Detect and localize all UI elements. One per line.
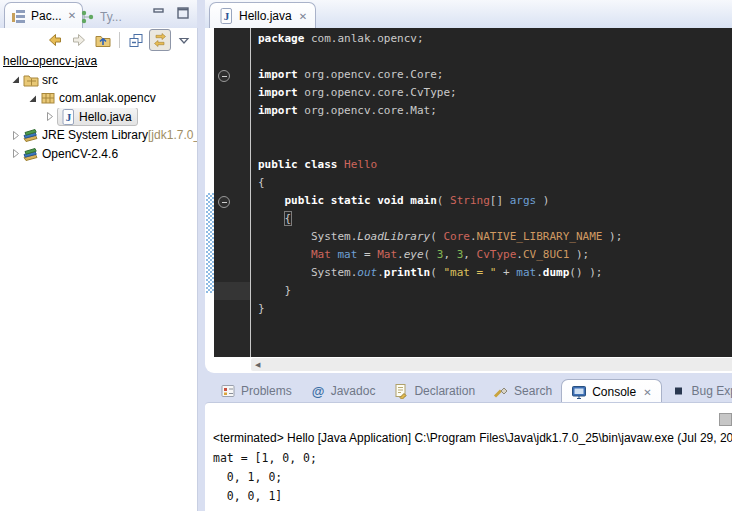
java-file-icon: J <box>60 109 76 125</box>
tab-javadoc[interactable]: @Javadoc <box>301 378 385 403</box>
code-line: { <box>258 210 622 228</box>
maximize-icon[interactable] <box>175 5 191 21</box>
tab-package-explorer[interactable]: Pac... ✕ <box>4 2 83 28</box>
link-editor-icon <box>152 32 168 48</box>
tree-item-label: OpenCV-2.4.6 <box>42 147 118 161</box>
close-icon[interactable]: ✕ <box>643 387 651 398</box>
code-line: import org.opencv.core.Mat; <box>258 102 622 120</box>
library-icon <box>23 146 39 162</box>
tab-label: Javadoc <box>331 384 376 398</box>
tree-item-content: JHello.java <box>57 108 138 127</box>
tree-item-com-anlak-opencv[interactable]: com.anlak.opencv <box>0 89 197 108</box>
tree-item-hello-java[interactable]: JHello.java <box>0 108 197 127</box>
tab-problems[interactable]: Problems <box>211 378 301 403</box>
view-window-buttons <box>151 5 191 21</box>
editor-tab-hello-java[interactable]: J Hello.java ✕ <box>209 2 316 29</box>
tab-search[interactable]: Search <box>484 378 561 403</box>
expand-arrow-icon[interactable] <box>25 90 40 106</box>
horizontal-scrollbar[interactable]: ◀ <box>251 358 732 371</box>
code-line: public static void main( String[] args ) <box>258 192 622 210</box>
tab-label: Search <box>514 384 552 398</box>
code-line: import org.opencv.core.Core; <box>258 66 622 84</box>
back-button[interactable] <box>44 29 66 51</box>
svg-text:@: @ <box>311 383 324 398</box>
tree-item-jre-system-library[interactable]: JRE System Library [jdk1.7.0_25] <box>0 126 197 145</box>
tab-bug-explorer[interactable]: Bug Explorer <box>662 378 732 403</box>
java-file-icon: J <box>218 8 234 24</box>
tab-label: Pac... <box>31 9 62 23</box>
tree-item-src[interactable]: src <box>0 71 197 90</box>
tree-item-content: com.anlak.opencv <box>40 90 156 106</box>
tab-label: Problems <box>241 384 292 398</box>
tree-item-label: com.anlak.opencv <box>59 91 156 105</box>
library-icon <box>23 127 39 143</box>
range-indicator <box>206 193 214 293</box>
tab-type-hierarchy[interactable]: Ty... <box>74 4 128 29</box>
code-line: } <box>258 282 622 300</box>
code-line: } <box>258 300 622 318</box>
collapse-all-icon <box>128 32 144 48</box>
tab-console[interactable]: Console✕ <box>561 379 661 404</box>
code-line: package com.anlak.opencv; <box>258 30 622 48</box>
tab-declaration[interactable]: Declaration <box>384 378 484 403</box>
up-folder-icon <box>95 32 111 48</box>
javadoc-icon: @ <box>310 383 326 399</box>
collapse-arrow-icon[interactable] <box>42 109 57 125</box>
forward-icon <box>71 32 87 48</box>
editor-tabbar: J Hello.java ✕ <box>205 0 732 29</box>
collapse-arrow-icon[interactable] <box>8 146 23 162</box>
package-explorer-icon <box>11 8 27 24</box>
code-line <box>258 48 622 66</box>
editor-tab-label: Hello.java <box>239 9 292 23</box>
type-hierarchy-icon <box>80 9 96 25</box>
tree-item-project[interactable]: hello-opencv-java <box>0 52 197 71</box>
fold-minus-icon[interactable] <box>218 70 230 82</box>
tree-item-content: src <box>23 72 58 88</box>
fold-minus-icon[interactable] <box>218 196 230 208</box>
collapse-arrow-icon[interactable] <box>8 127 23 143</box>
bottom-tabbar: Problems@JavadocDeclarationSearchConsole… <box>205 378 732 403</box>
code-line: Mat mat = Mat.eye( 3, 3, CvType.CV_8UC1 … <box>258 246 622 264</box>
back-icon <box>47 32 63 48</box>
code-line: import org.opencv.core.CvType; <box>258 84 622 102</box>
sidebar-tabbar: Pac... ✕ Ty... <box>0 0 197 29</box>
svg-text:J: J <box>224 10 230 22</box>
code-line <box>258 138 622 156</box>
console-output-line: 0, 0, 1] <box>213 487 317 506</box>
svg-text:J: J <box>66 111 72 123</box>
forward-button[interactable] <box>68 29 90 51</box>
package-icon <box>40 90 56 106</box>
link-with-editor-button[interactable] <box>149 29 171 51</box>
console-output-line: mat = [1, 0, 0; <box>213 449 317 468</box>
view-menu-button[interactable] <box>173 29 195 51</box>
console-output[interactable]: mat = [1, 0, 0; 0, 1, 0; 0, 0, 1] <box>213 449 317 506</box>
tree-item-content: JRE System Library [jdk1.7.0_25] <box>23 127 197 143</box>
console-view: <terminated> Hello [Java Application] C:… <box>205 402 732 511</box>
console-process-label: <terminated> Hello [Java Application] C:… <box>213 431 732 445</box>
explorer-toolbar <box>44 29 195 51</box>
tree-item-content: OpenCV-2.4.6 <box>23 146 118 162</box>
scroll-left-icon[interactable]: ◀ <box>255 361 260 369</box>
search-icon <box>493 383 509 399</box>
console-output-line: 0, 1, 0; <box>213 468 317 487</box>
tree-item-label: JRE System Library <box>42 128 148 142</box>
close-icon[interactable]: ✕ <box>299 11 307 22</box>
tab-label: Bug Explorer <box>692 384 732 398</box>
tab-label: Console <box>592 385 636 399</box>
project-tree: hello-opencv-java srccom.anlak.opencvJHe… <box>0 52 197 163</box>
tab-label: Ty... <box>100 10 122 24</box>
code-line: { <box>258 174 622 192</box>
tree-item-opencv-2-4-6[interactable]: OpenCV-2.4.6 <box>0 145 197 164</box>
up-button[interactable] <box>92 29 114 51</box>
tree-item-label: Hello.java <box>79 110 132 124</box>
bug-icon <box>671 383 687 399</box>
minimize-icon[interactable] <box>151 5 167 21</box>
code-line <box>258 120 622 138</box>
collapse-all-button[interactable] <box>125 29 147 51</box>
code-line: System.LoadLibrary( Core.NATIVE_LIBRARY_… <box>258 228 622 246</box>
console-toolbar-button[interactable] <box>719 413 732 426</box>
package-explorer-body: hello-opencv-java srccom.anlak.opencvJHe… <box>0 28 198 511</box>
tree-item-decoration: [jdk1.7.0_25] <box>148 128 197 142</box>
expand-arrow-icon[interactable] <box>8 72 23 88</box>
code-lines: package com.anlak.opencv;import org.open… <box>258 30 622 318</box>
